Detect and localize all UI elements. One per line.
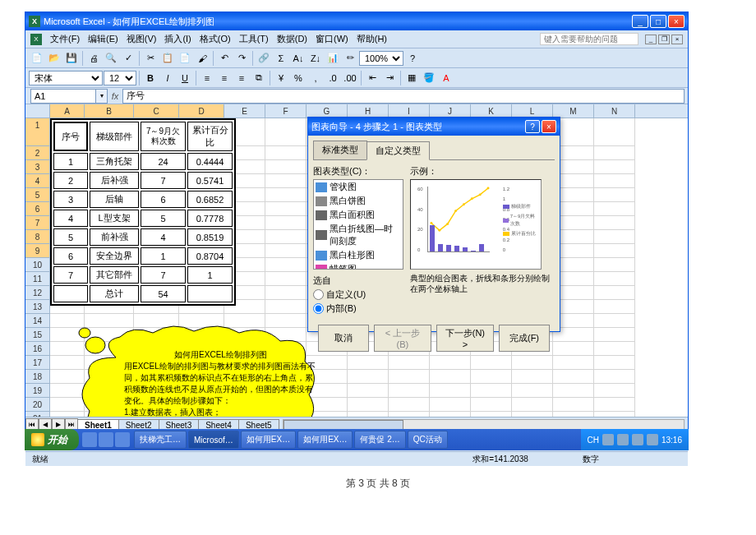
row-header-19[interactable]: 19 xyxy=(25,384,50,398)
cell-I17[interactable] xyxy=(389,356,430,370)
fill-color-icon[interactable]: 🪣 xyxy=(421,70,437,86)
cell-H21[interactable] xyxy=(348,412,389,417)
row-header-6[interactable]: 6 xyxy=(25,202,50,216)
inner-close-button[interactable]: × xyxy=(671,35,683,44)
align-left-icon[interactable]: ≡ xyxy=(199,70,215,86)
align-right-icon[interactable]: ≡ xyxy=(233,70,250,86)
currency-icon[interactable]: ¥ xyxy=(273,70,289,86)
maximize-button[interactable]: □ xyxy=(650,15,666,28)
task-button-4[interactable]: 何贵促 2… xyxy=(354,431,405,449)
cell-header-0[interactable]: 序号 xyxy=(53,122,88,151)
borders-icon[interactable]: ▦ xyxy=(403,70,420,86)
workbook-icon[interactable]: X xyxy=(30,34,42,45)
cell-I18[interactable] xyxy=(389,370,430,384)
col-header-K[interactable]: K xyxy=(471,104,512,118)
font-color-icon[interactable]: A xyxy=(438,70,454,86)
cell-N17[interactable] xyxy=(594,356,635,370)
col-header-I[interactable]: I xyxy=(389,104,430,118)
cell-H19[interactable] xyxy=(348,384,389,398)
col-header-N[interactable]: N xyxy=(594,104,635,118)
cell-M20[interactable] xyxy=(553,398,594,412)
cell-r1-c2[interactable]: 7 xyxy=(141,172,186,189)
task-button-5[interactable]: QC活动 xyxy=(408,431,448,449)
cell-I19[interactable] xyxy=(389,384,430,398)
row-header-21[interactable]: 21 xyxy=(25,412,50,417)
chart-type-0[interactable]: 管状图 xyxy=(314,180,403,194)
col-header-M[interactable]: M xyxy=(553,104,594,118)
cell-H18[interactable] xyxy=(348,370,389,384)
cell-K20[interactable] xyxy=(471,398,512,412)
row-header-14[interactable]: 14 xyxy=(25,314,50,328)
inner-restore-button[interactable]: ❐ xyxy=(658,35,670,44)
col-header-A[interactable]: A xyxy=(50,104,85,118)
cell-header-1[interactable]: 梯级部件 xyxy=(90,122,139,151)
cell-N5[interactable] xyxy=(594,188,635,202)
name-box-dropdown[interactable]: ▾ xyxy=(96,89,108,104)
cell-F11[interactable] xyxy=(265,272,307,286)
col-header-E[interactable]: E xyxy=(224,104,265,118)
menu-insert[interactable]: 插入(I) xyxy=(161,31,194,47)
copy-icon[interactable]: 📋 xyxy=(159,50,176,67)
cell-r1-c0[interactable]: 2 xyxy=(53,172,88,189)
tray-icon-1[interactable] xyxy=(602,434,614,445)
chart-type-4[interactable]: 黑白柱形图 xyxy=(314,248,403,262)
cell-J18[interactable] xyxy=(430,370,471,384)
save-icon[interactable]: 💾 xyxy=(63,50,80,67)
cell-L21[interactable] xyxy=(512,412,553,417)
tab-custom-types[interactable]: 自定义类型 xyxy=(366,141,430,160)
print-preview-icon[interactable]: 🔍 xyxy=(103,50,119,67)
cell-N19[interactable] xyxy=(594,384,635,398)
inner-minimize-button[interactable]: _ xyxy=(645,35,657,44)
paste-icon[interactable]: 📄 xyxy=(177,50,193,67)
cell-F12[interactable] xyxy=(265,286,307,300)
cell-N15[interactable] xyxy=(594,328,635,342)
tray-icon-3[interactable] xyxy=(632,434,643,445)
row-header-16[interactable]: 16 xyxy=(25,342,50,356)
callout-cloud[interactable]: 如何用EXCEL绘制排列图 用EXCEL绘制的排列图与教材要求的排列图画法有不同… xyxy=(75,325,317,417)
finish-button[interactable]: 完成(F) xyxy=(499,325,550,352)
menu-data[interactable]: 数据(D) xyxy=(274,31,311,47)
cell-r2-c3[interactable]: 0.6852 xyxy=(187,191,233,208)
zoom-select[interactable]: 100% xyxy=(359,51,403,66)
cell-header-2[interactable]: 7～9月欠料次数 xyxy=(141,122,186,151)
col-header-B[interactable]: B xyxy=(85,104,134,118)
cell-L18[interactable] xyxy=(512,370,553,384)
dialog-titlebar[interactable]: 图表向导 - 4 步骤之 1 - 图表类型 ? × xyxy=(308,118,560,136)
cell-r3-c1[interactable]: L型支架 xyxy=(90,210,139,227)
cell-N10[interactable] xyxy=(594,258,635,272)
cell-F9[interactable] xyxy=(265,244,307,258)
cell-r5-c2[interactable]: 1 xyxy=(141,247,186,265)
cell-N8[interactable] xyxy=(594,230,635,244)
cell-r0-c1[interactable]: 三角托架 xyxy=(90,153,139,170)
cut-icon[interactable]: ✂ xyxy=(142,50,159,67)
cell-F4[interactable] xyxy=(265,174,307,188)
cell-N16[interactable] xyxy=(594,342,635,356)
italic-icon[interactable]: I xyxy=(159,70,176,86)
cell-r3-c0[interactable]: 4 xyxy=(53,210,88,227)
cell-N9[interactable] xyxy=(594,244,635,258)
comma-icon[interactable]: , xyxy=(307,70,324,86)
cell-r6-c3[interactable]: 1 xyxy=(187,266,233,284)
cell-N11[interactable] xyxy=(594,272,635,286)
cell-N6[interactable] xyxy=(594,202,635,216)
language-indicator[interactable]: CH xyxy=(588,436,599,445)
cell-r5-c1[interactable]: 安全边界 xyxy=(90,247,139,265)
cell-J17[interactable] xyxy=(430,356,471,370)
close-button[interactable]: × xyxy=(668,15,685,28)
cell-total-0[interactable] xyxy=(53,285,88,302)
cell-r3-c3[interactable]: 0.7778 xyxy=(187,210,233,227)
redo-icon[interactable]: ↷ xyxy=(233,50,250,67)
row-header-17[interactable]: 17 xyxy=(25,356,50,370)
align-center-icon[interactable]: ≡ xyxy=(216,70,233,86)
cell-F1[interactable] xyxy=(265,118,307,146)
col-header-L[interactable]: L xyxy=(512,104,553,118)
increase-decimal-icon[interactable]: .0 xyxy=(325,70,341,86)
row-header-8[interactable]: 8 xyxy=(25,230,50,244)
start-button[interactable]: 开始 xyxy=(25,429,79,450)
task-button-1[interactable]: Microsof… xyxy=(188,431,239,449)
task-button-3[interactable]: 如何用EX… xyxy=(297,431,353,449)
row-header-10[interactable]: 10 xyxy=(25,258,50,272)
cell-F6[interactable] xyxy=(265,202,307,216)
cell-J19[interactable] xyxy=(430,384,471,398)
open-icon[interactable]: 📂 xyxy=(46,50,62,67)
